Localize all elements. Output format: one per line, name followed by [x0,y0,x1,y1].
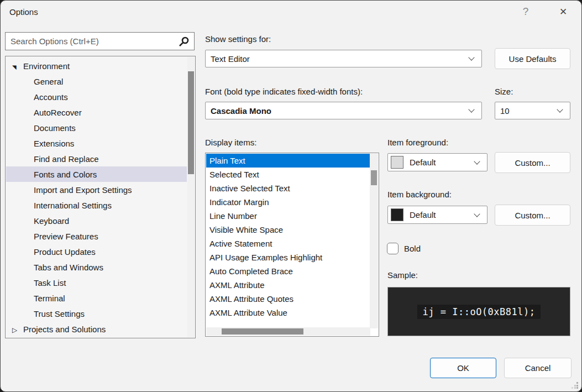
display-item[interactable]: Selected Text [206,168,370,181]
tree-item[interactable]: Task List [6,275,187,290]
display-item-label: Visible White Space [209,225,283,234]
tree-expander-icon[interactable] [12,325,23,334]
tree-item[interactable]: Find and Replace [6,151,187,166]
tree-item[interactable]: Tabs and Windows [6,259,187,275]
sample-text: ij = I::oO(0xB81l); [417,305,541,319]
display-item-label: Auto Completed Brace [209,266,293,276]
tree-scrollbar-thumb[interactable] [188,71,194,174]
tree-item-label: Projects and Solutions [23,325,106,334]
display-item[interactable]: Inactive Selected Text [206,181,370,195]
options-category-tree: Environment General Accounts AutoRecover [5,56,196,338]
tree-item-label: Find and Replace [34,154,99,164]
tree-item-label: Fonts and Colors [34,170,97,179]
bold-checkbox[interactable] [387,243,399,254]
show-settings-value: Text Editor [211,54,250,64]
tree-item[interactable]: Accounts [6,89,187,104]
sample-label: Sample: [387,270,418,280]
foreground-color-swatch [391,156,403,169]
display-item-label: API Usage Examples Highlight [209,253,322,262]
tree-item-label: Documents [34,123,76,133]
display-item-label: AXML Attribute Quotes [209,294,293,304]
tree-item-label: Import and Export Settings [34,185,132,195]
font-label: Font (bold type indicates fixed-width fo… [205,87,363,96]
show-settings-label: Show settings for: [205,34,271,44]
tree-item-label: Environment [23,61,70,71]
tree-item[interactable]: International Settings [6,197,187,213]
display-item[interactable]: API Usage Examples Highlight [206,250,370,264]
display-items-vertical-scrollbar-thumb[interactable] [371,170,377,185]
help-icon[interactable]: ? [519,6,532,18]
show-settings-dropdown[interactable]: Text Editor [205,50,482,67]
tree-item[interactable]: AutoRecover [6,104,187,120]
display-items-horizontal-scrollbar[interactable] [206,327,370,336]
display-item[interactable]: Visible White Space [206,223,370,237]
options-dialog: Options ? ✕ Environment General [0,0,582,392]
custom-foreground-button[interactable]: Custom... [495,152,570,173]
item-foreground-value: Default [410,158,436,167]
size-label: Size: [495,87,513,96]
display-item-label: Line Number [209,211,257,221]
tree-item-label: Accounts [34,92,68,102]
tree-item[interactable]: General [6,74,187,89]
display-items-list: Plain Text Selected Text Inactive Select… [205,153,379,337]
background-color-swatch [391,208,403,221]
tree-item-label: Preview Features [34,232,98,241]
tree-item-label: Task List [34,278,66,288]
tree-item[interactable]: Product Updates [6,244,187,259]
display-item-label: AXML Attribute Value [209,308,287,317]
display-item[interactable]: Line Number [206,209,370,223]
sample-preview: ij = I::oO(0xB81l); [387,287,570,336]
font-dropdown[interactable]: Cascadia Mono [205,102,482,119]
search-box [5,32,195,50]
display-items-vertical-scrollbar[interactable] [370,154,378,328]
tree-item[interactable]: Preview Features [6,228,187,244]
display-item[interactable]: AXML Attribute [206,278,370,292]
tree-item[interactable]: Extensions [6,135,187,151]
cancel-button[interactable]: Cancel [504,358,571,378]
item-background-dropdown[interactable]: Default [387,206,487,224]
item-foreground-label: Item foreground: [387,138,448,147]
tree-item[interactable]: Environment [6,58,187,74]
tree-rows: Environment General Accounts AutoRecover [6,58,187,337]
window-title: Options [9,7,38,17]
tree-item[interactable]: Trust Settings [6,306,187,321]
display-item[interactable]: Plain Text [206,154,370,168]
tree-item-label: AutoRecover [34,108,82,117]
tree-item-label: Trust Settings [34,309,85,318]
ok-button[interactable]: OK [430,358,496,378]
size-value: 10 [500,106,510,116]
display-item[interactable]: Active Statement [206,237,370,250]
tree-item[interactable]: Projects and Solutions [6,321,187,337]
font-value: Cascadia Mono [211,106,271,116]
tree-item-label: Product Updates [34,247,96,257]
display-item-label: AXML Attribute [209,280,265,290]
display-items-horizontal-scrollbar-thumb[interactable] [222,328,303,334]
tree-item[interactable]: Keyboard [6,213,187,228]
display-item-label: Indicator Margin [209,197,269,207]
use-defaults-button[interactable]: Use Defaults [495,48,570,69]
display-item[interactable]: Auto Completed Brace [206,264,370,278]
tree-item[interactable]: Terminal [6,290,187,306]
search-input[interactable] [6,33,194,50]
close-icon[interactable]: ✕ [555,6,571,18]
custom-background-button[interactable]: Custom... [495,205,570,226]
search-icon[interactable] [179,36,189,47]
tree-expander-icon[interactable] [12,61,23,71]
display-item[interactable]: AXML Attribute Quotes [206,292,370,306]
tree-item-label: Tabs and Windows [34,263,103,272]
bold-checkbox-label: Bold [404,244,421,253]
tree-item-label: Extensions [34,139,74,148]
item-foreground-dropdown[interactable]: Default [387,153,487,171]
display-item[interactable]: Indicator Margin [206,195,370,209]
display-item-label: Plain Text [209,156,245,165]
display-item-label: Selected Text [209,170,259,179]
tree-item-label: International Settings [34,201,112,210]
tree-item-label: General [34,77,63,86]
resize-grip-icon[interactable] [571,382,578,389]
display-item[interactable]: AXML Attribute Value [206,306,370,320]
tree-item[interactable]: Documents [6,120,187,135]
size-dropdown[interactable]: 10 [495,102,570,119]
tree-item[interactable]: Import and Export Settings [6,182,187,197]
tree-scrollbar[interactable] [187,57,195,337]
tree-item[interactable]: Fonts and Colors [6,166,187,182]
